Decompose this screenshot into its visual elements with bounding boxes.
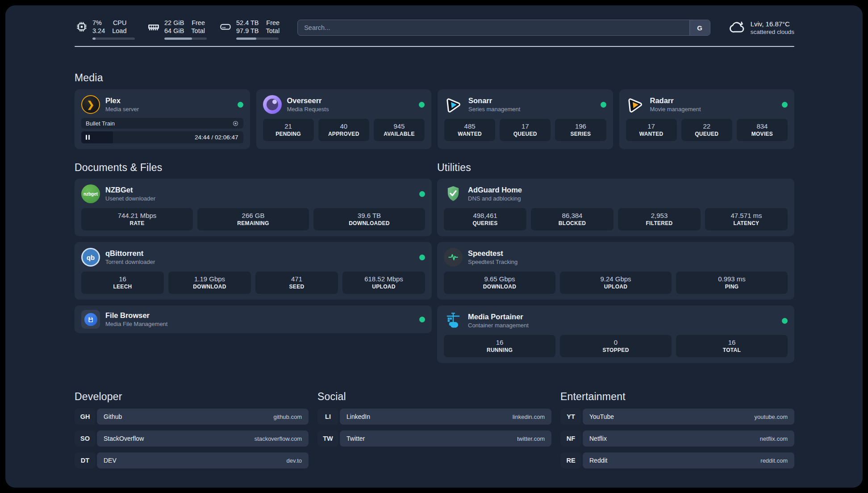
disk-icon: [218, 20, 233, 34]
card-portainer[interactable]: Media Portainer Container management 16 …: [437, 305, 794, 363]
link-abbr: DT: [75, 452, 96, 468]
developer-column: Developer GH Github github.com SO StackO…: [75, 391, 309, 474]
stat-tile: 2,953 FILTERED: [618, 208, 701, 230]
filebrowser-icon: [81, 310, 100, 329]
card-plex[interactable]: ❯ Plex Media server Bullet Train: [75, 89, 250, 149]
cpu-values: 7% 3.24: [92, 19, 105, 35]
stat-tile: 9.24 Gbps UPLOAD: [560, 272, 672, 294]
status-dot: [419, 191, 425, 197]
app-name: qBittorrent: [105, 249, 155, 258]
section-title-media: Media: [75, 72, 794, 84]
stat-tile: 0.993 ms PING: [676, 272, 788, 294]
link-linkedin[interactable]: LI LinkedIn linkedin.com: [317, 409, 551, 425]
link-url: youtube.com: [755, 414, 788, 420]
pause-icon[interactable]: [86, 135, 90, 140]
stat-tile: 498,461 QUERIES: [444, 208, 526, 230]
app-name: Speedtest: [468, 249, 517, 258]
card-sonarr[interactable]: Sonarr Series management 485 WANTED 17 Q…: [438, 89, 613, 149]
portainer-icon: [444, 311, 463, 330]
link-url: netflix.com: [760, 435, 788, 442]
link-abbr: YT: [560, 409, 581, 425]
link-url: reddit.com: [760, 457, 788, 464]
app-description: Media Requests: [287, 105, 329, 113]
card-speedtest[interactable]: Speedtest Speedtest Tracking 9.65 Gbps D…: [437, 242, 794, 300]
qbittorrent-icon: qb: [81, 248, 100, 267]
link-url: linkedin.com: [513, 414, 545, 420]
link-url: github.com: [273, 414, 302, 420]
search-engine-button[interactable]: G: [689, 20, 710, 35]
disk-progress-bar: [236, 38, 279, 40]
memory-labels: Free Total: [191, 19, 205, 35]
memory-stat: 22 GiB 64 GiB Free Total: [146, 19, 207, 40]
weather-widget: Lviv, 16.87°C scattered clouds: [728, 19, 794, 37]
stat-tile: 1.19 Gbps DOWNLOAD: [168, 272, 251, 294]
weather-condition: scattered clouds: [751, 28, 794, 36]
cloud-icon: [728, 19, 746, 37]
status-dot: [238, 102, 243, 108]
card-adguard[interactable]: AdGuard Home DNS and adblocking 498,461 …: [437, 179, 794, 236]
stat-tile: 485 WANTED: [444, 119, 495, 141]
adguard-icon: [444, 184, 463, 203]
dashboard-panel: 7% 3.24 CPU Load: [5, 5, 863, 488]
link-sections: Developer GH Github github.com SO StackO…: [75, 391, 794, 474]
playback-time: 24:44 / 02:06:47: [195, 134, 238, 141]
link-github[interactable]: GH Github github.com: [75, 409, 309, 425]
stat-tile: 16 RUNNING: [444, 335, 555, 357]
speedtest-icon: [444, 248, 463, 267]
stat-tile: 618.52 Mbps UPLOAD: [342, 272, 425, 294]
documents-column: Documents & Files nzbget NZBGet Usenet d…: [75, 162, 432, 363]
link-name: StackOverflow: [104, 435, 144, 442]
nzbget-icon: nzbget: [81, 184, 100, 203]
link-url: dev.to: [287, 457, 302, 464]
stat-tile: 266 GB REMAINING: [197, 208, 309, 230]
session-target-icon[interactable]: [232, 120, 239, 127]
link-url: twitter.com: [517, 435, 545, 442]
social-column: Social LI LinkedIn linkedin.com TW Twitt…: [317, 391, 551, 474]
app-description: Torrent downloader: [105, 258, 155, 266]
link-name: Twitter: [346, 435, 365, 442]
stat-tile: 21 PENDING: [263, 119, 314, 141]
app-description: Media server: [105, 105, 139, 113]
link-name: Netflix: [589, 435, 607, 442]
link-abbr: SO: [75, 430, 96, 447]
header-divider: [75, 46, 794, 47]
link-stackoverflow[interactable]: SO StackOverflow stackoverflow.com: [75, 430, 309, 447]
utilities-column: Utilities: [437, 162, 794, 363]
stat-tile: 17 WANTED: [626, 119, 677, 141]
app-description: Container management: [468, 322, 529, 329]
stat-tile: 744.21 Mbps RATE: [81, 208, 193, 230]
search-input[interactable]: [298, 20, 689, 35]
card-radarr[interactable]: Radarr Movie management 17 WANTED 22 QUE…: [619, 89, 795, 149]
cpu-labels: CPU Load: [112, 19, 126, 35]
entertainment-column: Entertainment YT YouTube youtube.com NF …: [560, 391, 794, 474]
stat-tile: 17 QUEUED: [500, 119, 551, 141]
stat-tile: 196 SERIES: [555, 119, 606, 141]
link-abbr: TW: [317, 430, 338, 447]
stat-tile: 16 LEECH: [81, 272, 164, 294]
app-description: Series management: [468, 105, 520, 113]
app-name: Overseerr: [287, 96, 329, 105]
link-netflix[interactable]: NF Netflix netflix.com: [560, 430, 794, 447]
link-name: DEV: [104, 457, 117, 464]
cpu-progress-bar: [92, 38, 135, 40]
link-reddit[interactable]: RE Reddit reddit.com: [560, 452, 794, 468]
link-abbr: RE: [560, 452, 581, 468]
link-name: Reddit: [589, 457, 607, 464]
card-filebrowser[interactable]: File Browser Media File Management: [75, 305, 432, 333]
section-title-documents: Documents & Files: [75, 162, 432, 174]
app-description: Media File Management: [105, 320, 167, 328]
app-name: Media Portainer: [468, 312, 529, 322]
card-overseerr[interactable]: Overseerr Media Requests 21 PENDING 40 A…: [256, 89, 432, 149]
stat-tile: 9.65 Gbps DOWNLOAD: [444, 272, 555, 294]
card-qbittorrent[interactable]: qb qBittorrent Torrent downloader 16 LEE…: [75, 242, 432, 300]
card-nzbget[interactable]: nzbget NZBGet Usenet downloader 744.21 M…: [75, 179, 432, 236]
link-twitter[interactable]: TW Twitter twitter.com: [317, 430, 551, 447]
app-name: Radarr: [650, 96, 701, 105]
status-dot: [419, 317, 425, 322]
link-youtube[interactable]: YT YouTube youtube.com: [560, 409, 794, 425]
status-dot: [601, 102, 606, 108]
memory-progress-bar: [164, 38, 207, 40]
memory-icon: [146, 20, 161, 34]
link-dev[interactable]: DT DEV dev.to: [75, 452, 309, 468]
status-dot: [782, 318, 788, 324]
